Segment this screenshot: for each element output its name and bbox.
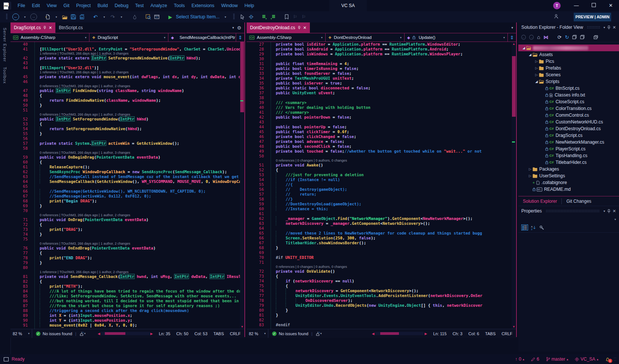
code-line[interactable]: 90 int Y = (int)Input.mousePosition.y; — [10, 318, 244, 323]
code-line[interactable]: 79 UnityEditor.Undo.RecordObjects(new Un… — [247, 303, 516, 308]
code-line[interactable]: 77{ — [10, 251, 244, 256]
step-out-button[interactable] — [270, 13, 276, 21]
navigate-forward-button[interactable]: → — [30, 13, 37, 21]
line-number[interactable]: 43 — [247, 120, 268, 125]
code-line[interactable]: 48{ — [10, 93, 244, 98]
codelens-info[interactable]: 0 references | 0 changes | 0 authors, 0 … — [247, 265, 516, 269]
code-line[interactable]: 42public bool pointerDown = false; — [247, 115, 516, 120]
previous-bookmark-button[interactable]: ⚐ — [292, 13, 298, 21]
menu-item-edit[interactable]: Edit — [28, 0, 43, 11]
line-number[interactable]: 35 — [247, 81, 268, 86]
tree-item-Classes info.txt[interactable]: Classes info.txt — [518, 92, 619, 98]
line-number[interactable]: 44 — [247, 125, 268, 129]
undo-button[interactable]: ↶ — [92, 13, 98, 21]
scroll-left-arrow[interactable]: ◀ — [372, 332, 375, 336]
line-number[interactable]: 54 — [247, 177, 268, 182]
line-number[interactable]: 69 — [10, 204, 31, 208]
code-line[interactable]: 48public bool secondClick = false; — [247, 144, 516, 149]
close-icon[interactable]: ✕ — [303, 25, 307, 30]
expand-arrow-icon[interactable]: ▷ — [534, 59, 539, 63]
line-number[interactable]: 37 — [247, 91, 268, 95]
line-number[interactable]: 82 — [10, 279, 31, 284]
tree-item-DontDestroyOnload.cs[interactable]: C#DontDestroyOnload.cs — [518, 125, 619, 132]
browser-preview-button[interactable] — [154, 13, 160, 21]
code-line[interactable]: 47public IntPtr FindWindow(string classN… — [10, 88, 244, 93]
code-line[interactable]: 72private void OnValidate() — [247, 269, 516, 274]
resize-grip[interactable]: ⁚⁚ — [614, 357, 617, 361]
code-line[interactable]: 28private bool isAndroid = Application.p… — [247, 47, 516, 52]
tool-tab-solution-explorer[interactable]: Solution Explorer — [518, 196, 561, 206]
save-all-button[interactable] — [79, 13, 85, 21]
menu-item-help[interactable]: Help — [241, 0, 257, 11]
line-number[interactable]: 82 — [247, 318, 268, 322]
line-number[interactable]: 59 — [10, 155, 31, 160]
code-line[interactable]: 51 — [10, 108, 244, 113]
line-number[interactable]: 48 — [247, 144, 268, 149]
code-line[interactable]: 88 //triggering a second click after the… — [10, 308, 244, 313]
code-line[interactable]: 85 ///like; SetForegroundWindow, SetActi… — [10, 294, 244, 299]
redo-dropdown[interactable]: ▾ — [118, 13, 124, 21]
issues-status[interactable]: No issues found — [279, 331, 308, 336]
copy-icon[interactable] — [572, 35, 577, 39]
code-line[interactable]: 45private static extern void mouse_event… — [10, 74, 244, 79]
code-line[interactable]: 60{ — [10, 160, 244, 165]
refresh-icon[interactable]: ⟳ — [557, 34, 561, 40]
pin-icon[interactable] — [607, 209, 610, 213]
tree-item-TitlebarHider.cs[interactable]: C#TitlebarHider.cs — [518, 159, 619, 166]
line-number[interactable]: 43 — [10, 61, 31, 65]
menu-item-test[interactable]: Test — [132, 0, 147, 11]
menu-item-analyze[interactable]: Analyze — [147, 0, 170, 11]
code-line[interactable]: 78 OnDiscoveredServer); — [247, 298, 516, 303]
line-number[interactable]: 65 — [10, 184, 31, 189]
code-line[interactable]: 63 networkDiscovery = _manager.GetCompon… — [247, 221, 516, 226]
tree-item-DragScript.cs[interactable]: C#DragScript.cs — [518, 132, 619, 139]
menu-item-git[interactable]: Git — [60, 0, 73, 11]
line-number[interactable]: 52 — [10, 117, 31, 122]
undo-dropdown[interactable]: ▾ — [101, 13, 107, 21]
code-line[interactable]: 44public bool pointerUp = false; — [247, 125, 516, 129]
line-number[interactable]: 78 — [10, 256, 31, 260]
codelens-info[interactable]: 0 references | TOuchM3, 266 days ago | 1… — [10, 213, 244, 217]
line-number[interactable]: 72 — [247, 269, 268, 274]
code-line[interactable]: 52{ — [247, 168, 516, 172]
line-number[interactable]: 29 — [247, 52, 268, 56]
codelens-info[interactable]: 0 references | TOuchM3, 266 days ago | 1… — [10, 242, 244, 246]
code-line[interactable]: 73{ — [247, 274, 516, 279]
chevron-down-icon[interactable]: ▾ — [232, 26, 234, 30]
line-number[interactable]: 32 — [247, 66, 268, 71]
menu-item-project[interactable]: Project — [73, 0, 94, 11]
code-line[interactable]: 81private void SendMessage_Callback(IntP… — [10, 274, 244, 279]
line-number[interactable]: 75 — [247, 284, 268, 288]
close-icon[interactable]: ✕ — [613, 25, 616, 30]
line-number[interactable]: 51 — [10, 108, 31, 113]
copy-path-icon[interactable] — [580, 35, 585, 39]
line-number[interactable]: 40 — [10, 42, 31, 47]
code-line[interactable]: 76 networkDiscovery = GetComponent<Netwo… — [247, 288, 516, 293]
line-number[interactable]: 84 — [10, 289, 31, 294]
collapse-arrow-icon[interactable]: ◢ — [528, 53, 533, 56]
back-icon[interactable]: ← — [521, 34, 526, 40]
code-line[interactable]: 74} — [10, 232, 244, 237]
code-line[interactable]: 68 print("Begin DRAG"); — [10, 199, 244, 204]
line-number[interactable]: 75 — [10, 237, 31, 242]
codelens-info[interactable]: 0 references | TOuchM3, 266 days ago | 1… — [10, 113, 244, 117]
line-number[interactable]: 39 — [247, 100, 268, 105]
tree-item-.collabignore[interactable]: +.collabignore — [518, 179, 619, 186]
pin-icon[interactable] — [298, 26, 301, 30]
code-line[interactable]: 57 // return; — [247, 192, 516, 197]
code-line[interactable]: 49 return FindWindowNative(className, wi… — [10, 98, 244, 103]
code-line[interactable]: 49private bool touched = false;//whether… — [247, 149, 516, 154]
line-number[interactable]: 62 — [10, 169, 31, 174]
line-number[interactable]: 71 — [10, 217, 31, 222]
line-number[interactable]: 27 — [247, 42, 268, 47]
line-number[interactable]: 33 — [247, 71, 268, 76]
code-line[interactable]: 55 //{ — [247, 182, 516, 187]
line-number[interactable]: 80 — [247, 308, 268, 313]
account-avatar[interactable]: T — [553, 2, 561, 9]
code-line[interactable]: 80 — [10, 265, 244, 270]
line-number[interactable]: 45 — [10, 74, 31, 79]
line-number[interactable]: 57 — [247, 192, 268, 197]
code-line[interactable]: 63 //SendMessageCall instead of SendMess… — [10, 174, 244, 179]
code-line[interactable]: 75 — [10, 237, 244, 242]
minimize-button[interactable]: — — [568, 0, 585, 11]
